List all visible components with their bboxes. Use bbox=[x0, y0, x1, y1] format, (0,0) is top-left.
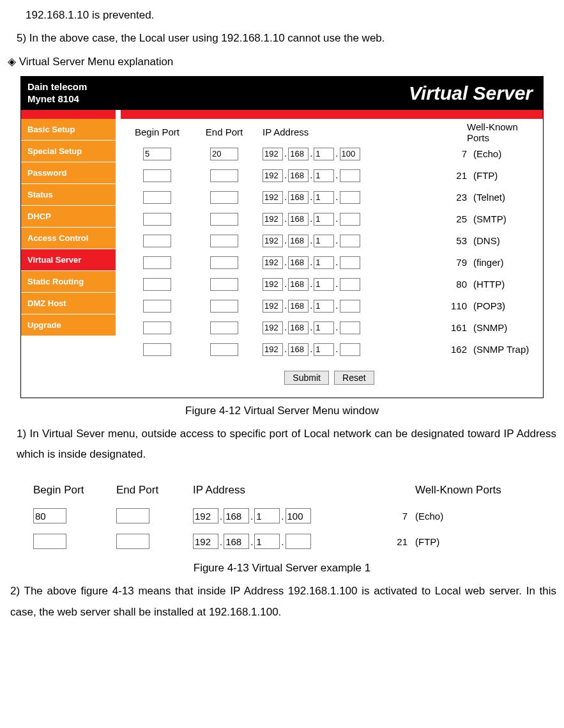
row9-ip-octet-4[interactable] bbox=[340, 343, 360, 356]
begin-port-input[interactable] bbox=[143, 148, 171, 160]
row1-ip-octet-1[interactable] bbox=[263, 169, 283, 182]
row8-ip-octet-4[interactable] bbox=[340, 321, 360, 334]
end-port-input[interactable] bbox=[210, 300, 238, 313]
row7-ip-octet-1[interactable] bbox=[263, 300, 283, 313]
ex-end-port-input[interactable] bbox=[116, 534, 149, 549]
row0-ip-octet-3[interactable] bbox=[314, 148, 334, 160]
ex-col-header-begin: Begin Port bbox=[33, 484, 116, 497]
ex0-ip-octet-2[interactable] bbox=[224, 508, 249, 523]
nav-item-access-control[interactable]: Access Control bbox=[21, 228, 116, 249]
table-row: ...25(SMTP) bbox=[122, 208, 537, 230]
well-known-port-number: 162 bbox=[429, 344, 473, 355]
row1-ip-octet-3[interactable] bbox=[314, 169, 334, 182]
doc-line-2: 5) In the above case, the Local user usi… bbox=[8, 28, 556, 49]
ip-dot: . bbox=[283, 321, 288, 332]
row2-ip-octet-4[interactable] bbox=[340, 191, 360, 204]
row2-ip-octet-1[interactable] bbox=[263, 191, 283, 204]
begin-port-input[interactable] bbox=[143, 321, 171, 334]
row8-ip-octet-2[interactable] bbox=[288, 321, 309, 334]
row7-ip-octet-2[interactable] bbox=[288, 300, 309, 313]
well-known-port-number: 21 bbox=[429, 170, 473, 181]
begin-port-input[interactable] bbox=[143, 300, 171, 313]
row3-ip-octet-3[interactable] bbox=[314, 213, 334, 226]
end-port-input[interactable] bbox=[210, 256, 238, 269]
begin-port-input[interactable] bbox=[143, 256, 171, 269]
well-known-port-number: 53 bbox=[429, 235, 473, 246]
nav-item-upgrade[interactable]: Upgrade bbox=[21, 314, 116, 336]
begin-port-input[interactable] bbox=[143, 191, 171, 204]
end-port-input[interactable] bbox=[210, 321, 238, 334]
ex-begin-port-input[interactable] bbox=[33, 508, 66, 523]
ip-dot: . bbox=[218, 511, 224, 522]
begin-port-input[interactable] bbox=[143, 213, 171, 226]
ip-dot: . bbox=[249, 511, 254, 522]
row0-ip-octet-1[interactable] bbox=[263, 148, 283, 160]
row5-ip-octet-2[interactable] bbox=[288, 256, 309, 269]
row3-ip-octet-4[interactable] bbox=[340, 213, 360, 226]
nav-item-dhcp[interactable]: DHCP bbox=[21, 206, 116, 228]
row0-ip-octet-2[interactable] bbox=[288, 148, 309, 160]
nav-item-basic-setup[interactable]: Basic Setup bbox=[21, 119, 116, 141]
ip-dot: . bbox=[283, 300, 288, 311]
begin-port-input[interactable] bbox=[143, 235, 171, 247]
table-row: ...162(SNMP Trap) bbox=[122, 339, 537, 360]
nav-item-status[interactable]: Status bbox=[21, 184, 116, 206]
row9-ip-octet-3[interactable] bbox=[314, 343, 334, 356]
row1-ip-octet-4[interactable] bbox=[340, 169, 360, 182]
row1-ip-octet-2[interactable] bbox=[288, 169, 309, 182]
well-known-port-label: (SMTP) bbox=[473, 213, 537, 224]
begin-port-input[interactable] bbox=[143, 278, 171, 291]
reset-button[interactable]: Reset bbox=[334, 371, 374, 385]
begin-port-input[interactable] bbox=[143, 169, 171, 182]
nav-item-special-setup[interactable]: Special Setup bbox=[21, 141, 116, 162]
row2-ip-octet-2[interactable] bbox=[288, 191, 309, 204]
ex0-ip-octet-1[interactable] bbox=[193, 508, 218, 523]
ex1-ip-octet-3[interactable] bbox=[254, 534, 280, 549]
ex1-ip-octet-1[interactable] bbox=[193, 534, 218, 549]
ex1-ip-octet-2[interactable] bbox=[224, 534, 249, 549]
end-port-input[interactable] bbox=[210, 191, 238, 204]
row4-ip-octet-1[interactable] bbox=[263, 235, 283, 247]
submit-button[interactable]: Submit bbox=[284, 371, 329, 385]
ex1-ip-octet-4[interactable] bbox=[286, 534, 311, 549]
row7-ip-octet-3[interactable] bbox=[314, 300, 334, 313]
figure-caption-1: Figure 4-12 Virtual Server Menu window bbox=[8, 405, 556, 417]
nav-item-virtual-server[interactable]: Virtual Server bbox=[21, 249, 116, 271]
nav-item-static-routing[interactable]: Static Routing bbox=[21, 271, 116, 293]
ex0-ip-octet-3[interactable] bbox=[254, 508, 280, 523]
row9-ip-octet-2[interactable] bbox=[288, 343, 309, 356]
virtual-server-form: Begin Port End Port IP Address Well-Know… bbox=[116, 119, 543, 398]
row8-ip-octet-3[interactable] bbox=[314, 321, 334, 334]
end-port-input[interactable] bbox=[210, 148, 238, 160]
end-port-input[interactable] bbox=[210, 169, 238, 182]
row5-ip-octet-4[interactable] bbox=[340, 256, 360, 269]
nav-item-dmz-host[interactable]: DMZ Host bbox=[21, 293, 116, 314]
ex-end-port-input[interactable] bbox=[116, 508, 149, 523]
row8-ip-octet-1[interactable] bbox=[263, 321, 283, 334]
end-port-input[interactable] bbox=[210, 278, 238, 291]
ex-begin-port-input[interactable] bbox=[33, 534, 66, 549]
row6-ip-octet-4[interactable] bbox=[340, 278, 360, 291]
row2-ip-octet-3[interactable] bbox=[314, 191, 334, 204]
end-port-input[interactable] bbox=[210, 213, 238, 226]
row9-ip-octet-1[interactable] bbox=[263, 343, 283, 356]
row4-ip-octet-2[interactable] bbox=[288, 235, 309, 247]
row4-ip-octet-4[interactable] bbox=[340, 235, 360, 247]
end-port-input[interactable] bbox=[210, 343, 238, 356]
end-port-input[interactable] bbox=[210, 235, 238, 247]
row6-ip-octet-3[interactable] bbox=[314, 278, 334, 291]
row0-ip-octet-4[interactable] bbox=[340, 148, 360, 160]
row5-ip-octet-1[interactable] bbox=[263, 256, 283, 269]
nav-item-password[interactable]: Password bbox=[21, 162, 116, 184]
row5-ip-octet-3[interactable] bbox=[314, 256, 334, 269]
ex-col-header-ip: IP Address bbox=[193, 484, 372, 497]
row3-ip-octet-1[interactable] bbox=[263, 213, 283, 226]
row3-ip-octet-2[interactable] bbox=[288, 213, 309, 226]
row6-ip-octet-2[interactable] bbox=[288, 278, 309, 291]
row7-ip-octet-4[interactable] bbox=[340, 300, 360, 313]
row6-ip-octet-1[interactable] bbox=[263, 278, 283, 291]
ex0-ip-octet-4[interactable] bbox=[286, 508, 311, 523]
table-row: ...7(Echo) bbox=[122, 143, 537, 165]
begin-port-input[interactable] bbox=[143, 343, 171, 356]
row4-ip-octet-3[interactable] bbox=[314, 235, 334, 247]
